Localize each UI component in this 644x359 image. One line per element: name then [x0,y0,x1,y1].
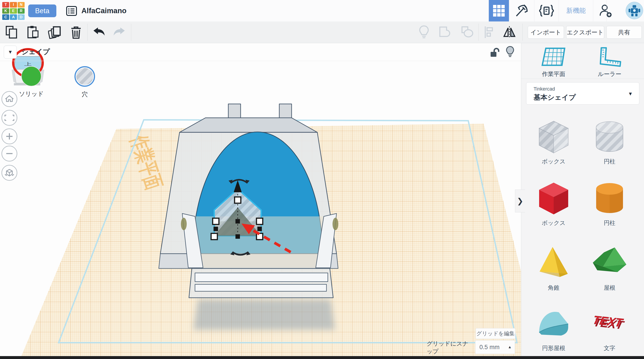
minecraft-pickaxe-icon[interactable] [512,0,532,22]
logo-tile: A [10,14,17,20]
edit-grid-button[interactable]: グリッドを編集 [476,328,516,339]
bottom-edge-strip [0,356,644,359]
solid-option[interactable]: ソリッド [7,66,56,98]
fit-view-button[interactable] [2,110,17,126]
library-caret-icon: ▼ [628,91,633,97]
header-separator [606,0,607,22]
viewport-3d[interactable]: 作業平面 [0,43,521,359]
header-separator [534,0,534,22]
beta-badge[interactable]: Beta [28,4,56,17]
model-post-right[interactable] [279,104,292,118]
import-button[interactable]: インポート [528,26,564,39]
logo-tile: K [2,8,9,14]
model-detail-left [181,218,187,230]
main-toolbar: インポート エクスポート 共有 [0,22,644,43]
shapes-sidebar: 作業平面 ルーラー Tinkercad 基本シェイプ ▼ ボックス 円柱 [521,43,644,359]
paste-icon[interactable] [23,22,44,43]
ruler-icon [597,47,622,68]
toolbar-separator [478,24,478,41]
shape-tile-label: 角錐 [529,284,578,292]
hole-label: 穴 [60,90,109,98]
hide-bulb-icon[interactable] [506,46,514,58]
view-nav-buttons[interactable] [2,92,17,180]
library-brand: Tinkercad [534,86,555,92]
ruler-label: ルーラー [585,70,634,78]
delete-icon[interactable] [66,22,86,43]
dashboard-grid-button[interactable] [489,0,509,22]
unlock-icon[interactable] [490,48,500,57]
shape-tile-label: ボックス [529,219,578,227]
tinkercad-logo[interactable]: T I N K E R C A D [2,2,24,20]
invite-user-icon[interactable] [595,0,616,22]
shape-panel-title: シェイプ [22,43,50,61]
box-shape-icon [535,180,573,217]
panel-collapse-button[interactable]: ▼ [4,46,17,58]
shape-tile-label: 文字 [585,344,634,352]
workplane-label: 作業平面 [529,70,578,78]
logo-tile: E [10,8,17,14]
logo-tile: N [18,2,24,8]
box-hole-shape-icon [535,119,573,156]
solid-color-swatch[interactable] [21,66,41,86]
mirror-icon[interactable] [499,22,520,43]
shape-tile-cylinder[interactable]: 円柱 [585,180,634,227]
duplicate-icon[interactable] [44,22,65,43]
viewcube-top-label: 上 [24,62,32,66]
logo-tile: I [10,2,17,8]
share-button[interactable]: 共有 [606,26,642,39]
shape-tile-roof[interactable]: 屋根 [585,245,634,292]
shape-tile-label: 円柱 [585,158,634,166]
shape-tile-label: ボックス [529,158,578,166]
design-title[interactable]: AlfaCaimano [82,0,126,22]
hole-option[interactable]: 穴 [60,66,109,98]
export-button[interactable]: エクスポート [566,26,604,39]
snap-grid-select[interactable]: 0.5 mm ▲ [475,340,515,354]
group-icon[interactable] [435,22,455,43]
toolbar-separator [131,24,131,41]
shape-tile-pyramid[interactable]: 角錐 [529,245,578,292]
ruler-tool[interactable]: ルーラー [585,47,634,78]
hole-swatch-stripes [76,67,94,86]
shape-tile-cylinder-hole[interactable]: 円柱 [585,119,634,166]
new-features-link[interactable]: 新機能 [559,0,593,22]
ungroup-icon[interactable] [457,22,478,43]
shape-tile-round-roof[interactable]: 円形屋根 [529,306,578,352]
solid-label: ソリッド [7,90,56,98]
cylinder-shape-icon [590,180,628,217]
pyramid-shape-icon [535,245,573,282]
user-avatar[interactable] [626,2,643,19]
shape-library-select[interactable]: Tinkercad 基本シェイプ ▼ [526,82,639,104]
sidebar-divider [521,79,644,79]
sidebar-collapse-tab[interactable]: ❯ [515,190,525,212]
light-mode-icon[interactable] [414,22,434,43]
library-name: 基本シェイプ [534,93,576,102]
toolbar-separator [88,24,88,41]
document-list-icon[interactable] [66,6,77,17]
undo-icon[interactable] [88,22,109,43]
workplane-tool[interactable]: 作業平面 [529,47,578,78]
header-separator [558,0,559,22]
snap-grid-label: グリッドにスナップ [427,342,474,353]
text-shape-icon: TEXT TEXT [590,306,628,342]
shape-tile-box-hole[interactable]: ボックス [529,119,578,166]
bumper-slat [195,273,328,282]
copy-icon[interactable] [1,22,22,43]
shape-tile-label: 円柱 [585,219,634,227]
model-post-left[interactable] [228,104,240,118]
logo-tile: C [2,14,9,20]
logo-tile: T [2,2,9,8]
codeblocks-icon[interactable] [536,0,557,22]
model-shadow [194,300,335,330]
shape-tile-label: 屋根 [585,284,634,292]
redo-icon[interactable] [109,22,130,43]
shape-tile-text[interactable]: TEXT TEXT 文字 [585,306,634,352]
align-icon[interactable] [479,22,500,43]
shape-tile-box[interactable]: ボックス [529,180,578,227]
model-detail-right [332,218,338,230]
snap-caret-icon: ▲ [508,345,512,350]
header-separator [593,0,593,22]
shape-panel-header: ▼ シェイプ [0,43,521,61]
bumper-slat [195,284,326,291]
round-roof-shape-icon [535,306,573,342]
workplane-icon [541,47,566,68]
